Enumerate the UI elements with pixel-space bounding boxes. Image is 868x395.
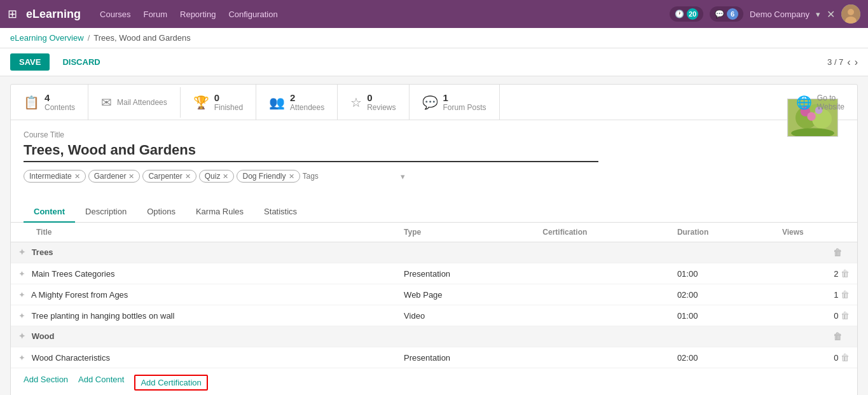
tags-row: Intermediate ✕ Gardener ✕ Carpenter ✕ Qu… <box>24 170 844 183</box>
stat-website[interactable]: 🌐 Go toWebsite <box>783 86 857 119</box>
save-button[interactable]: SAVE <box>10 53 50 71</box>
tags-input[interactable] <box>303 172 398 181</box>
tag-intermediate: Intermediate ✕ <box>24 170 86 183</box>
row-type: Video <box>396 305 535 326</box>
nav-configuration[interactable]: Configuration <box>228 10 277 19</box>
svg-point-1 <box>848 9 854 15</box>
row-type: Web Page <box>396 284 535 305</box>
star-icon: ☆ <box>350 95 362 110</box>
tab-options[interactable]: Options <box>137 202 186 223</box>
add-content-link[interactable]: Add Content <box>78 375 124 391</box>
delete-row[interactable]: 🗑 <box>841 289 850 300</box>
section-row-trees: ✦ Trees 🗑 <box>11 242 857 263</box>
title-label: Course Title <box>24 130 844 139</box>
tags-dropdown-icon[interactable]: ▾ <box>401 172 405 181</box>
row-duration: 02:00 <box>670 347 775 368</box>
stat-forum[interactable]: 💬 1 Forum Posts <box>410 85 500 120</box>
delete-row[interactable]: 🗑 <box>841 352 850 363</box>
add-certification-link[interactable]: Add Certification <box>134 375 207 391</box>
next-button[interactable]: › <box>855 57 858 68</box>
add-section-link[interactable]: Add Section <box>24 375 68 391</box>
chat-icon: 💬 <box>715 10 724 18</box>
tab-karma-rules[interactable]: Karma Rules <box>186 202 254 223</box>
user-avatar[interactable] <box>841 4 860 24</box>
pagination-text: 3 / 7 <box>827 57 843 67</box>
app-name: eLearning <box>26 8 81 21</box>
breadcrumb-parent[interactable]: eLearning Overview <box>10 33 84 43</box>
contents-label: Contents <box>45 103 75 112</box>
tag-carpenter-remove[interactable]: ✕ <box>185 172 191 181</box>
row-certification <box>535 305 670 326</box>
tag-intermediate-remove[interactable]: ✕ <box>74 172 80 181</box>
stat-attendees[interactable]: 👥 2 Attendees <box>256 85 338 120</box>
message-count: 6 <box>727 8 738 20</box>
row-type: Presentation <box>396 263 535 284</box>
course-title-input[interactable] <box>24 142 598 162</box>
tag-dogfriendly-remove[interactable]: ✕ <box>289 172 294 181</box>
nav-forum[interactable]: Forum <box>143 10 167 19</box>
right-section: 🕐 20 💬 6 Demo Company ▾ ✕ <box>670 4 860 24</box>
drag-handle[interactable]: ✦ <box>18 269 25 279</box>
row-views: 2 🗑 <box>775 263 857 284</box>
col-views: Views <box>775 223 857 242</box>
row-certification <box>535 347 670 368</box>
discard-button[interactable]: DISCARD <box>56 53 106 71</box>
drag-handle[interactable]: ✦ <box>18 247 25 257</box>
section-title-wood: Wood <box>32 331 55 341</box>
top-nav: ⊞ eLearning Courses Forum Reporting Conf… <box>0 0 868 28</box>
tab-bar: Content Description Options Karma Rules … <box>11 202 857 223</box>
clock-icon: 🕐 <box>675 10 684 18</box>
delete-row[interactable]: 🗑 <box>841 268 850 279</box>
tag-dogfriendly: Dog Friendly ✕ <box>237 170 300 183</box>
breadcrumb: eLearning Overview / Trees, Wood and Gar… <box>0 28 868 48</box>
website-label: Go toWebsite <box>817 94 844 111</box>
row-title: Main Trees Categories <box>32 269 115 279</box>
contents-count: 4 <box>45 92 75 103</box>
row-certification <box>535 284 670 305</box>
section-title-trees: Trees <box>32 247 53 257</box>
tab-content[interactable]: Content <box>24 202 75 223</box>
nav-courses[interactable]: Courses <box>100 10 130 19</box>
drag-handle[interactable]: ✦ <box>18 311 25 321</box>
tag-carpenter: Carpenter ✕ <box>142 170 196 183</box>
col-type: Type <box>396 223 535 242</box>
forum-label: Forum Posts <box>443 103 486 112</box>
drag-handle[interactable]: ✦ <box>18 331 25 341</box>
company-name[interactable]: Demo Company <box>750 10 809 19</box>
tag-gardener-remove[interactable]: ✕ <box>128 172 134 181</box>
attendees-label: Attendees <box>290 103 324 112</box>
prev-button[interactable]: ‹ <box>847 57 850 68</box>
close-button[interactable]: ✕ <box>827 8 835 20</box>
mail-label: Mail Attendees <box>117 98 167 107</box>
forum-count: 1 <box>443 92 486 103</box>
table-row: ✦ Tree planting in hanging bottles on wa… <box>11 305 857 326</box>
tab-statistics[interactable]: Statistics <box>254 202 307 223</box>
stat-mail[interactable]: ✉ Mail Attendees <box>88 87 181 118</box>
section-row-wood: ✦ Wood 🗑 <box>11 326 857 347</box>
stats-bar: 📋 4 Contents ✉ Mail Attendees 🏆 0 Finish… <box>11 85 857 120</box>
stat-finished[interactable]: 🏆 0 Finished <box>181 85 256 120</box>
message-badge[interactable]: 💬 6 <box>710 6 743 22</box>
delete-section-wood[interactable]: 🗑 <box>833 331 850 342</box>
trophy-icon: 🏆 <box>193 95 209 110</box>
table-row: ✦ Main Trees Categories Presentation 01:… <box>11 263 857 284</box>
stat-reviews[interactable]: ☆ 0 Reviews <box>338 85 409 120</box>
attendees-icon: 👥 <box>269 95 285 110</box>
breadcrumb-separator: / <box>88 33 90 43</box>
breadcrumb-current: Trees, Wood and Gardens <box>93 33 190 43</box>
delete-section-trees[interactable]: 🗑 <box>833 247 850 258</box>
grid-icon[interactable]: ⊞ <box>8 7 17 21</box>
row-title: Tree planting in hanging bottles on wall <box>31 311 174 321</box>
drag-handle[interactable]: ✦ <box>18 290 25 300</box>
table-row: ✦ A Mighty Forest from Ages Web Page 02:… <box>11 284 857 305</box>
stat-contents[interactable]: 📋 4 Contents <box>11 85 88 120</box>
nav-reporting[interactable]: Reporting <box>180 10 216 19</box>
row-type: Presentation <box>396 347 535 368</box>
reviews-count: 0 <box>367 92 396 103</box>
delete-row[interactable]: 🗑 <box>841 310 850 321</box>
tag-quiz-remove[interactable]: ✕ <box>223 172 228 181</box>
chevron-down-icon[interactable]: ▾ <box>816 10 820 19</box>
tab-description[interactable]: Description <box>75 202 137 223</box>
activity-badge[interactable]: 🕐 20 <box>670 6 703 22</box>
drag-handle[interactable]: ✦ <box>18 353 25 363</box>
